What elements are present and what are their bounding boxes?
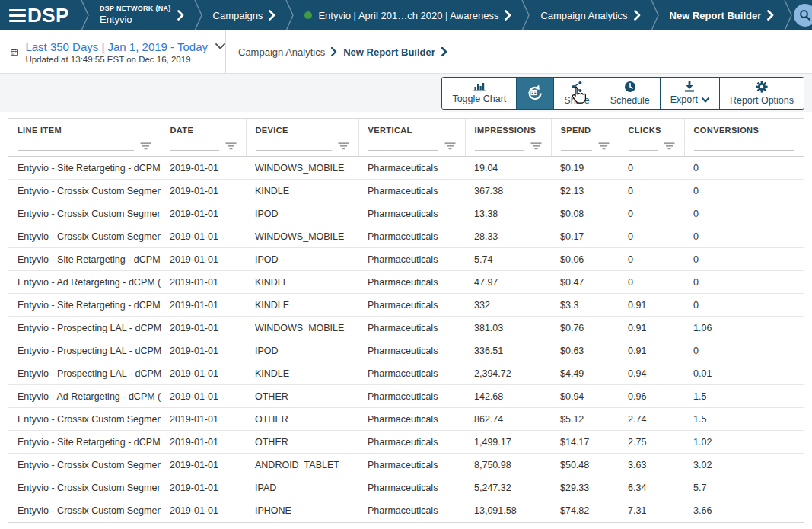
filter-icon[interactable] [664, 142, 675, 150]
cell-device: OTHER [246, 431, 358, 454]
cell-conversions: 0 [684, 202, 804, 225]
filter-icon[interactable] [444, 142, 456, 150]
cell-spend: $0.08 [551, 202, 619, 225]
table-row: Entyvio - Crossix Custom Segment B2019-0… [8, 225, 804, 248]
filter-input-date[interactable] [170, 140, 219, 151]
cell-clicks: 0 [619, 248, 684, 271]
breadcrumb-campaign-analytics-link[interactable]: Campaign Analytics [238, 46, 325, 58]
schedule-button[interactable]: Schedule [600, 78, 660, 109]
table-header-row: LINE ITEM DATE DEVICE VERTICAL IMPRESSIO… [8, 119, 804, 140]
filter-input-conversions[interactable] [694, 140, 795, 151]
cell-conversions: 1.5 [684, 408, 804, 431]
hamburger-menu-icon[interactable] [0, 0, 26, 30]
breadcrumb-campaign[interactable]: Entyvio | April 201…ch 2020 | Awareness [295, 0, 521, 30]
cell-date: 2019-01-01 [161, 202, 246, 225]
breadcrumb-campaign-analytics[interactable]: Campaign Analytics [531, 0, 649, 30]
search-button[interactable] [794, 4, 812, 27]
cell-line-item: Entyvio - Prospecting LAL - dCPM (La [8, 317, 161, 339]
filter-input-line-item[interactable] [18, 140, 134, 151]
cell-clicks: 7.31 [619, 499, 684, 522]
column-header-vertical[interactable]: VERTICAL [358, 119, 465, 140]
toggle-chart-button[interactable]: Toggle Chart [442, 78, 516, 109]
filter-icon[interactable] [530, 142, 542, 150]
breadcrumb-campaigns[interactable]: Campaigns [204, 0, 285, 30]
filter-icon[interactable] [140, 142, 151, 150]
breadcrumb-separator-icon [285, 0, 295, 30]
column-header-device[interactable]: DEVICE [246, 119, 358, 140]
table-row: Entyvio - Prospecting LAL - dCPM (La2019… [8, 362, 804, 385]
clock-icon [624, 81, 636, 93]
cell-clicks: 6.34 [619, 476, 684, 499]
cell-line-item: Entyvio - Site Retargeting - dCPM (La [8, 248, 161, 271]
cell-spend: $29.33 [551, 476, 619, 499]
cell-line-item: Entyvio - Crossix Custom Segment B [8, 454, 161, 476]
cell-vertical: Pharmaceuticals [358, 294, 465, 317]
cell-clicks: 0 [619, 157, 684, 180]
column-header-impressions[interactable]: IMPRESSIONS [465, 119, 551, 140]
cell-spend: $50.48 [551, 454, 619, 476]
chevron-down-icon[interactable] [215, 43, 225, 49]
app-logo[interactable]: DSP [26, 0, 80, 30]
table-row: Entyvio - Site Retargeting - dCPM (La201… [8, 157, 804, 180]
column-header-line-item[interactable]: LINE ITEM [8, 119, 161, 140]
breadcrumb-separator-icon [521, 0, 531, 30]
cell-date: 2019-01-01 [161, 362, 246, 385]
cell-vertical: Pharmaceuticals [358, 180, 465, 202]
cell-vertical: Pharmaceuticals [358, 431, 465, 454]
cell-line-item: Entyvio - Site Retargeting - dCPM (La [8, 157, 161, 180]
search-icon [799, 9, 811, 21]
date-range-label[interactable]: Last 350 Days | Jan 1, 2019 - Today [25, 40, 208, 53]
export-button[interactable]: Export [660, 78, 719, 109]
chevron-right-icon [177, 10, 184, 21]
column-header-conversions[interactable]: CONVERSIONS [684, 119, 804, 140]
chevron-right-icon [331, 47, 337, 56]
filter-icon[interactable] [338, 142, 349, 150]
cell-conversions: 3.02 [684, 454, 804, 476]
chevron-right-icon [269, 10, 275, 21]
cell-device: ANDROID_TABLET [246, 454, 358, 476]
breadcrumb-current-page[interactable]: New Report Builder [343, 46, 435, 58]
cell-conversions: 0 [684, 271, 804, 294]
column-header-date[interactable]: DATE [161, 119, 246, 140]
filter-input-spend[interactable] [561, 140, 592, 151]
date-range-selector[interactable]: Last 350 Days | Jan 1, 2019 - Today Upda… [0, 30, 226, 73]
cell-conversions: 5.7 [684, 476, 804, 499]
breadcrumb-new-report-builder[interactable]: New Report Builder [661, 0, 784, 30]
refresh-report-button[interactable] [516, 78, 553, 109]
cell-spend: $0.06 [551, 248, 619, 271]
filter-icon[interactable] [598, 142, 610, 150]
cell-impressions: 13,091.58 [465, 499, 551, 522]
filter-icon[interactable] [225, 142, 237, 150]
cell-line-item: Entyvio - Crossix Custom Segment B [8, 225, 161, 248]
table-row: Entyvio - Prospecting LAL - dCPM (La2019… [8, 339, 804, 362]
filter-input-impressions[interactable] [475, 140, 524, 151]
report-options-button[interactable]: Report Options [719, 78, 804, 109]
cell-date: 2019-01-01 [161, 294, 246, 317]
cell-spend: $5.12 [551, 408, 619, 431]
column-header-clicks[interactable]: CLICKS [619, 119, 684, 140]
filter-input-vertical[interactable] [368, 140, 438, 151]
cell-impressions: 381.03 [465, 317, 551, 339]
cell-impressions: 336.51 [465, 339, 551, 362]
breadcrumb-network[interactable]: DSP NETWORK (NA) Entyvio [91, 0, 193, 30]
column-header-spend[interactable]: SPEND [551, 119, 619, 140]
cell-date: 2019-01-01 [161, 271, 246, 294]
cell-spend: $2.13 [551, 180, 619, 202]
network-label: DSP NETWORK (NA) [100, 5, 171, 13]
filter-input-clicks[interactable] [629, 140, 658, 151]
cell-date: 2019-01-01 [161, 248, 246, 271]
cell-line-item: Entyvio - Prospecting LAL - dCPM (La [8, 362, 161, 385]
cell-spend: $3.3 [551, 294, 619, 317]
table-row: Entyvio - Crossix Custom Segment B2019-0… [8, 476, 804, 499]
share-button[interactable]: Share [553, 78, 599, 109]
cell-clicks: 0.91 [619, 317, 684, 339]
report-table-container: LINE ITEM DATE DEVICE VERTICAL IMPRESSIO… [8, 118, 804, 523]
cell-impressions: 19.04 [465, 157, 551, 180]
cell-device: IPAD [246, 476, 358, 499]
cell-device: KINDLE [246, 294, 358, 317]
cell-vertical: Pharmaceuticals [358, 499, 465, 522]
filter-input-device[interactable] [256, 140, 332, 151]
cell-conversions: 0 [684, 339, 804, 362]
cell-device: KINDLE [246, 362, 358, 385]
cell-conversions: 0 [684, 180, 804, 202]
